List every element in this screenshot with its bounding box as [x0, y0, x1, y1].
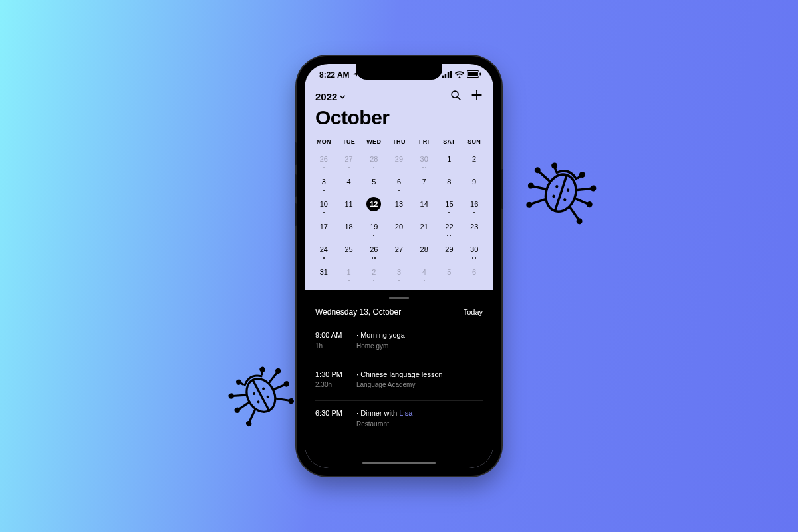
- event-title: Chinese language lesson: [356, 369, 483, 380]
- calendar-day[interactable]: 20: [386, 217, 412, 237]
- event-dots: [336, 280, 362, 281]
- calendar-day[interactable]: 27: [336, 149, 362, 169]
- event-duration: 1h: [315, 341, 356, 351]
- day-number: 1: [442, 152, 456, 166]
- search-icon[interactable]: [450, 90, 462, 104]
- calendar-day[interactable]: 3: [311, 172, 336, 192]
- calendar-day[interactable]: 25: [336, 239, 362, 259]
- day-of-week-label: WED: [361, 138, 386, 145]
- day-number: 26: [366, 242, 381, 257]
- calendar-day[interactable]: 9: [462, 172, 487, 192]
- calendar-header: 2022 October: [305, 86, 493, 136]
- calendar-day[interactable]: 28: [361, 149, 386, 169]
- event-time-col: 1:30 PM2.30h: [315, 369, 356, 390]
- calendar-day[interactable]: 16: [462, 194, 487, 214]
- calendar-day[interactable]: 27: [386, 239, 412, 259]
- event-dots: [412, 280, 437, 281]
- calendar-day[interactable]: 8: [437, 172, 462, 192]
- calendar-day[interactable]: 29: [437, 239, 462, 259]
- agenda-event[interactable]: 6:30 PMDinner with LisaRestaurant: [315, 401, 483, 440]
- calendar-day[interactable]: 26: [311, 149, 336, 169]
- calendar-day[interactable]: 12: [361, 194, 386, 214]
- day-number: 5: [366, 174, 381, 189]
- calendar-day[interactable]: 1: [437, 149, 462, 169]
- svg-line-12: [273, 384, 285, 391]
- calendar-day[interactable]: 14: [412, 194, 437, 214]
- calendar-day[interactable]: 30: [462, 239, 487, 259]
- day-of-week-label: MON: [311, 138, 336, 145]
- svg-point-11: [235, 408, 239, 412]
- calendar-day[interactable]: 30: [412, 149, 437, 169]
- calendar-day[interactable]: 6: [386, 172, 412, 192]
- calendar-day[interactable]: 28: [412, 239, 437, 259]
- year-picker[interactable]: 2022: [315, 91, 346, 102]
- day-of-week-label: THU: [386, 138, 412, 145]
- calendar-day[interactable]: 4: [336, 172, 362, 192]
- day-number: 28: [417, 242, 432, 257]
- svg-point-7: [229, 394, 233, 398]
- calendar-day[interactable]: 15: [437, 194, 462, 214]
- svg-line-8: [267, 372, 280, 383]
- day-number: 6: [467, 265, 481, 279]
- calendar-day[interactable]: 29: [386, 149, 412, 169]
- home-indicator[interactable]: [362, 462, 436, 464]
- calendar-day[interactable]: 10: [311, 194, 336, 214]
- chevron-down-icon: [339, 91, 346, 102]
- svg-point-39: [527, 203, 531, 207]
- calendar-day[interactable]: 2: [361, 262, 386, 282]
- calendar-day[interactable]: 4: [412, 262, 437, 282]
- day-number: 5: [442, 265, 456, 279]
- calendar-day[interactable]: 19: [361, 217, 386, 237]
- calendar-day[interactable]: 23: [462, 217, 487, 237]
- svg-rect-45: [445, 74, 447, 78]
- calendar-day[interactable]: 24: [311, 239, 336, 259]
- svg-point-35: [529, 184, 533, 188]
- calendar-day[interactable]: 26: [361, 239, 386, 259]
- calendar-day[interactable]: 2: [462, 149, 487, 169]
- calendar-day[interactable]: 13: [386, 194, 412, 214]
- svg-point-15: [247, 422, 251, 426]
- event-time: 1:30 PM: [315, 369, 356, 380]
- calendar-day[interactable]: 7: [412, 172, 437, 192]
- drag-handle[interactable]: [389, 297, 409, 299]
- event-title: Dinner with Lisa: [356, 408, 483, 419]
- calendar-day[interactable]: 5: [437, 262, 462, 282]
- day-number: 17: [317, 219, 331, 234]
- calendar-day[interactable]: 22: [437, 217, 462, 237]
- event-mention: Lisa: [399, 409, 412, 417]
- event-dots: [336, 167, 362, 168]
- svg-line-52: [458, 96, 460, 99]
- svg-line-34: [532, 185, 547, 191]
- calendar-day[interactable]: 3: [386, 262, 412, 282]
- day-of-week-label: SUN: [462, 138, 487, 145]
- calendar-day[interactable]: 11: [336, 194, 362, 214]
- calendar-day[interactable]: 1: [336, 262, 362, 282]
- day-of-week-label: TUE: [336, 138, 362, 145]
- agenda-panel[interactable]: Wednesday 13, October Today 9:00 AM1hMor…: [305, 290, 493, 468]
- agenda-event[interactable]: 9:00 AM1hMorning yogaHome gym: [315, 323, 483, 362]
- battery-icon: [467, 70, 481, 80]
- day-number: 25: [342, 242, 356, 257]
- day-number: 2: [467, 152, 481, 166]
- day-number: 15: [442, 197, 456, 211]
- calendar-day[interactable]: 31: [311, 262, 336, 282]
- calendar-day[interactable]: 6: [462, 262, 487, 282]
- event-dots: [311, 167, 336, 168]
- event-time: 6:30 PM: [315, 408, 356, 419]
- agenda-event[interactable]: 1:30 PM2.30hChinese language lessonLangu…: [315, 362, 483, 402]
- calendar-day[interactable]: 18: [336, 217, 362, 237]
- day-number: 24: [317, 242, 331, 257]
- day-number: 13: [392, 197, 406, 211]
- calendar-day[interactable]: 21: [412, 217, 437, 237]
- svg-point-29: [591, 186, 595, 190]
- svg-line-6: [233, 390, 246, 401]
- day-number: 26: [317, 152, 331, 166]
- calendar-day[interactable]: 17: [311, 217, 336, 237]
- add-icon[interactable]: [471, 89, 483, 104]
- today-link[interactable]: Today: [464, 308, 483, 316]
- event-dots: [462, 257, 487, 259]
- svg-point-18: [252, 392, 255, 395]
- event-duration: 2.30h: [315, 380, 356, 390]
- event-dots: [311, 190, 336, 191]
- calendar-day[interactable]: 5: [361, 172, 386, 192]
